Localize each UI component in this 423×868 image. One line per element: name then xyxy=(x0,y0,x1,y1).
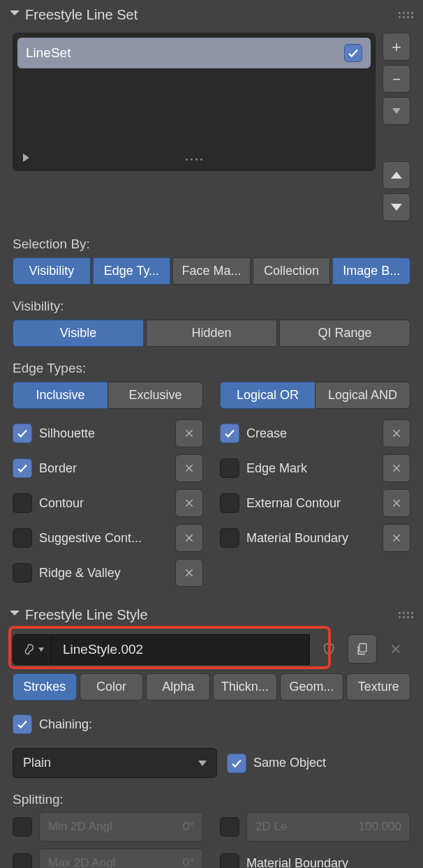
length2d-field[interactable]: 2D Le 100.000 xyxy=(246,812,410,841)
suggestivecontour-checkbox[interactable] xyxy=(13,528,32,548)
tab-color[interactable]: Color xyxy=(80,673,144,701)
fake-user-button[interactable] xyxy=(314,634,343,664)
crease-exclude-button[interactable] xyxy=(383,419,410,447)
svg-rect-18 xyxy=(359,644,366,652)
edgemark-label: Edge Mark xyxy=(246,461,376,476)
materialboundary-label: Material Boundary xyxy=(246,531,376,546)
border-exclude-button[interactable] xyxy=(175,454,203,482)
ridgevalley-checkbox[interactable] xyxy=(13,563,32,583)
same-object-checkbox[interactable] xyxy=(227,754,246,773)
selectby-collection[interactable]: Collection xyxy=(253,257,331,285)
new-linestyle-button[interactable] xyxy=(348,634,377,664)
close-icon xyxy=(389,643,402,655)
contour-label: Contour xyxy=(39,496,168,511)
same-object-label: Same Object xyxy=(253,756,326,770)
lineset-item-label: LineSet xyxy=(26,45,70,61)
border-label: Border xyxy=(39,461,168,476)
panel-title: Freestyle Line Set xyxy=(25,7,138,23)
visibility-label: Visibility: xyxy=(0,289,423,315)
tab-thickness[interactable]: Thickn... xyxy=(213,673,277,701)
tab-strokes[interactable]: Strokes xyxy=(13,673,77,701)
ridgevalley-exclude-button[interactable] xyxy=(175,559,203,587)
lineset-list[interactable]: LineSet xyxy=(13,33,376,171)
chevron-down-icon xyxy=(198,761,207,766)
selectby-facemarks[interactable]: Face Ma... xyxy=(172,257,251,285)
split-matboundary-label: Material Boundary xyxy=(246,856,348,869)
length2d-checkbox[interactable] xyxy=(220,817,239,837)
move-down-button[interactable] xyxy=(383,193,410,221)
linestyle-browse-dropdown[interactable] xyxy=(13,634,52,665)
border-checkbox[interactable] xyxy=(13,458,32,478)
selection-by-label: Selection By: xyxy=(0,227,423,253)
visibility-qirange[interactable]: QI Range xyxy=(279,320,410,347)
list-grip-icon xyxy=(186,158,202,160)
tab-alpha[interactable]: Alpha xyxy=(146,673,210,701)
lineset-item[interactable]: LineSet xyxy=(17,38,371,68)
collapse-triangle-icon xyxy=(10,10,20,20)
tab-texture[interactable]: Texture xyxy=(346,673,410,701)
lineset-panel-header[interactable]: Freestyle Line Set xyxy=(0,0,423,30)
expand-triangle-icon[interactable] xyxy=(23,154,29,162)
maxangle-checkbox[interactable] xyxy=(13,853,32,868)
externalcontour-exclude-button[interactable] xyxy=(383,489,410,517)
split-matboundary-checkbox[interactable] xyxy=(220,853,239,868)
suggestivecontour-exclude-button[interactable] xyxy=(175,524,203,552)
edgetypes-label: Edge Types: xyxy=(0,351,423,377)
linestyle-name-field[interactable]: LineStyle.002 xyxy=(52,634,310,665)
linestyle-panel-header[interactable]: Freestyle Line Style xyxy=(0,600,423,630)
panel-title: Freestyle Line Style xyxy=(25,607,148,623)
externalcontour-label: External Contour xyxy=(246,496,376,511)
ridgevalley-label: Ridge & Valley xyxy=(39,566,168,581)
selectby-imageborder[interactable]: Image B... xyxy=(332,257,410,285)
edgetypes-logical-or[interactable]: Logical OR xyxy=(220,382,316,409)
crease-checkbox[interactable] xyxy=(220,424,239,443)
edgemark-exclude-button[interactable] xyxy=(383,454,410,482)
lineset-enable-checkbox[interactable] xyxy=(344,44,362,62)
silhouette-label: Silhouette xyxy=(39,426,168,441)
edgetypes-inclusive[interactable]: Inclusive xyxy=(13,382,108,409)
edgetypes-exclusive[interactable]: Exclusive xyxy=(107,382,203,409)
contour-checkbox[interactable] xyxy=(13,493,32,513)
silhouette-exclude-button[interactable] xyxy=(175,419,203,447)
selectby-visibility[interactable]: Visibility xyxy=(13,257,91,285)
contour-exclude-button[interactable] xyxy=(175,489,203,517)
drag-grip-icon[interactable] xyxy=(399,12,413,18)
silhouette-checkbox[interactable] xyxy=(13,424,32,443)
edgemark-checkbox[interactable] xyxy=(220,458,239,478)
brush-icon xyxy=(21,642,36,657)
splitting-label: Splitting: xyxy=(0,782,423,809)
lineset-specials-menu[interactable] xyxy=(383,97,410,125)
selectby-edgetypes[interactable]: Edge Ty... xyxy=(93,257,171,285)
materialboundary-exclude-button[interactable] xyxy=(383,524,410,552)
materialboundary-checkbox[interactable] xyxy=(220,528,239,548)
duplicate-icon xyxy=(355,642,369,656)
suggestivecontour-label: Suggestive Cont... xyxy=(39,531,168,546)
add-lineset-button[interactable]: ＋ xyxy=(383,33,410,61)
visibility-visible[interactable]: Visible xyxy=(13,320,144,347)
move-up-button[interactable] xyxy=(383,161,410,189)
collapse-triangle-icon xyxy=(10,611,20,620)
shield-icon xyxy=(321,641,336,657)
chaining-method-select[interactable]: Plain xyxy=(13,748,217,778)
remove-lineset-button[interactable]: － xyxy=(383,65,410,93)
visibility-hidden[interactable]: Hidden xyxy=(146,320,277,347)
chaining-label: Chaining: xyxy=(39,717,92,732)
maxangle-field[interactable]: Max 2D Angl 0° xyxy=(39,848,203,868)
drag-grip-icon[interactable] xyxy=(399,612,413,618)
chaining-checkbox[interactable] xyxy=(13,714,32,734)
unlink-linestyle-button[interactable] xyxy=(381,634,410,664)
externalcontour-checkbox[interactable] xyxy=(220,493,239,513)
minangle-field[interactable]: Min 2D Angl 0° xyxy=(39,812,203,841)
tab-geometry[interactable]: Geom... xyxy=(280,673,344,701)
edgetypes-logical-and[interactable]: Logical AND xyxy=(315,382,410,409)
minangle-checkbox[interactable] xyxy=(13,817,32,837)
crease-label: Crease xyxy=(246,426,376,441)
